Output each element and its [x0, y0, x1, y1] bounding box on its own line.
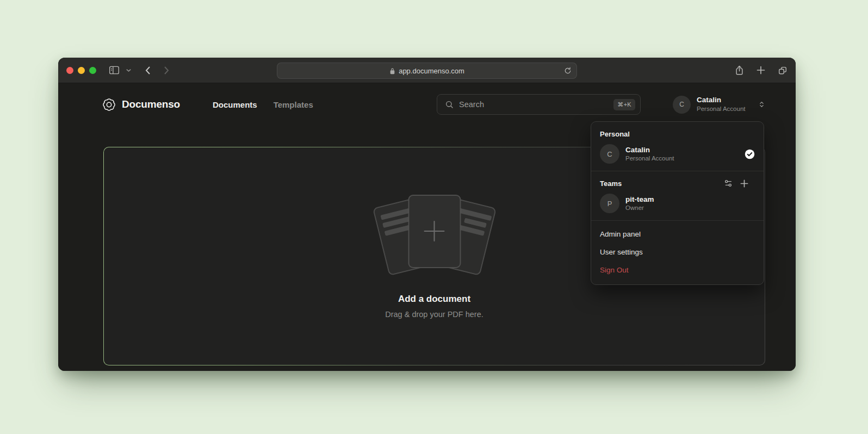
tab-overview-icon — [778, 65, 788, 75]
personal-section: Personal C Catalin Personal Account — [591, 122, 764, 171]
team-item[interactable]: P pit-team Owner — [600, 194, 755, 213]
account-subtitle: Personal Account — [625, 154, 674, 163]
menu-item-user-settings[interactable]: User settings — [591, 243, 764, 261]
url-text: app.documenso.com — [399, 67, 464, 75]
share-icon — [735, 65, 744, 76]
account-name: Catalin — [625, 145, 674, 155]
search-placeholder: Search — [459, 100, 608, 109]
reload-icon — [564, 67, 572, 75]
nav-documents[interactable]: Documents — [213, 100, 257, 109]
menu-actions-section: Admin panel User settings Sign Out — [591, 221, 764, 284]
menu-item-admin-panel[interactable]: Admin panel — [591, 225, 764, 243]
plus-icon — [740, 179, 748, 188]
personal-section-label: Personal — [600, 130, 755, 138]
new-tab-button[interactable] — [757, 66, 765, 75]
add-team-button[interactable] — [740, 179, 748, 188]
avatar: C — [600, 144, 619, 164]
dropzone-subtitle: Drag & drop your PDF here. — [385, 310, 483, 319]
documenso-logo-icon — [102, 98, 116, 111]
plus-icon — [757, 66, 765, 75]
chevron-down-icon — [126, 68, 132, 72]
personal-account-item[interactable]: C Catalin Personal Account — [600, 144, 755, 164]
back-icon — [145, 66, 151, 75]
toolbar-right-icons — [735, 65, 788, 76]
share-button[interactable] — [735, 65, 744, 76]
search-input[interactable]: Search ⌘+K — [437, 94, 641, 115]
forward-icon — [164, 66, 170, 75]
minimize-button[interactable] — [78, 67, 85, 74]
toolbar-left-icons — [96, 65, 170, 75]
team-role: Owner — [625, 204, 654, 212]
document-stack-icon — [377, 194, 492, 276]
zoom-button[interactable] — [89, 67, 96, 74]
browser-toolbar: app.documenso.com — [58, 58, 796, 83]
manage-teams-button[interactable] — [724, 179, 733, 188]
app-content: Documenso Documents Templates Search ⌘+K… — [58, 83, 796, 371]
sidebar-toggle-icon — [109, 65, 120, 75]
close-button[interactable] — [66, 67, 73, 74]
main-nav: Documents Templates — [213, 100, 313, 109]
brand-name: Documenso — [122, 98, 180, 110]
menu-item-sign-out[interactable]: Sign Out — [591, 261, 764, 279]
app-header: Documenso Documents Templates Search ⌘+K… — [102, 83, 765, 126]
add-plus-icon — [421, 218, 448, 244]
account-subtitle: Personal Account — [697, 105, 746, 113]
tab-group-menu-button[interactable] — [126, 68, 132, 72]
nav-templates[interactable]: Templates — [274, 100, 313, 109]
traffic-lights — [66, 67, 96, 74]
lock-icon — [389, 67, 395, 75]
avatar: C — [673, 96, 691, 114]
check-circle-icon — [745, 149, 755, 159]
chevrons-up-down-icon — [758, 101, 765, 108]
sidebar-toggle-button[interactable] — [109, 65, 120, 75]
reload-button[interactable] — [564, 67, 572, 75]
account-name: Catalin — [697, 96, 746, 105]
url-bar[interactable]: app.documenso.com — [277, 63, 577, 79]
back-button[interactable] — [145, 66, 151, 75]
search-icon — [445, 100, 454, 109]
teams-section: Teams — [591, 171, 764, 220]
forward-button[interactable] — [164, 66, 170, 75]
brand[interactable]: Documenso — [102, 98, 180, 111]
manage-teams-icon — [724, 179, 733, 188]
account-menu-button[interactable]: C Catalin Personal Account — [673, 96, 765, 114]
account-dropdown-menu: Personal C Catalin Personal Account — [591, 121, 764, 285]
teams-section-label: Teams — [600, 179, 622, 188]
team-name: pit-team — [625, 195, 654, 204]
tab-overview-button[interactable] — [778, 65, 788, 75]
document-card-center — [408, 195, 461, 268]
search-shortcut-badge: ⌘+K — [613, 99, 635, 110]
dropzone-title: Add a document — [398, 294, 470, 305]
browser-window: app.documenso.com — [58, 58, 796, 371]
avatar: P — [600, 194, 619, 213]
